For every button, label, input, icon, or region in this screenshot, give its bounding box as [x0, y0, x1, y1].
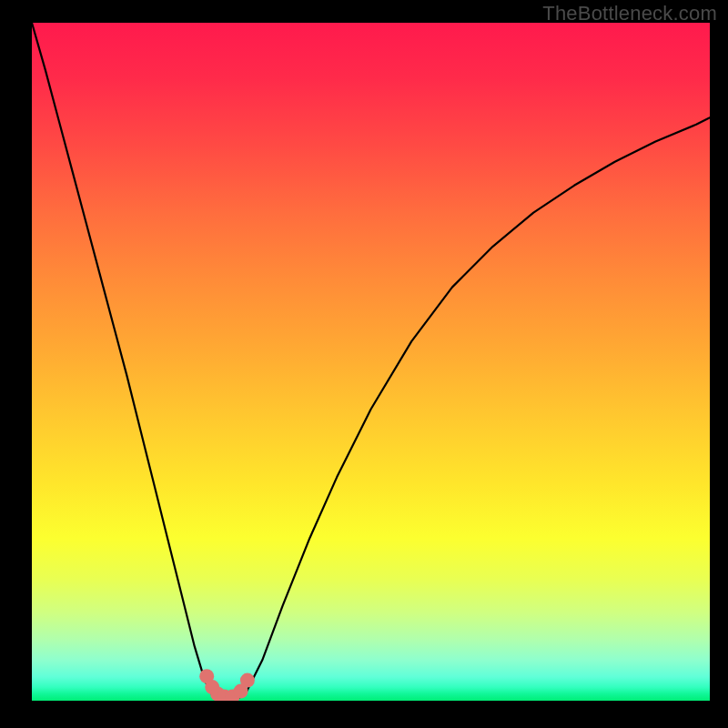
- trough-marker-group: [199, 669, 255, 701]
- watermark-text: TheBottleneck.com: [542, 2, 717, 25]
- curve-layer: [32, 23, 710, 701]
- bottleneck-curve: [32, 23, 710, 700]
- chart-frame: TheBottleneck.com: [0, 0, 728, 728]
- plot-area: [32, 23, 710, 701]
- trough-dot-icon: [240, 673, 255, 688]
